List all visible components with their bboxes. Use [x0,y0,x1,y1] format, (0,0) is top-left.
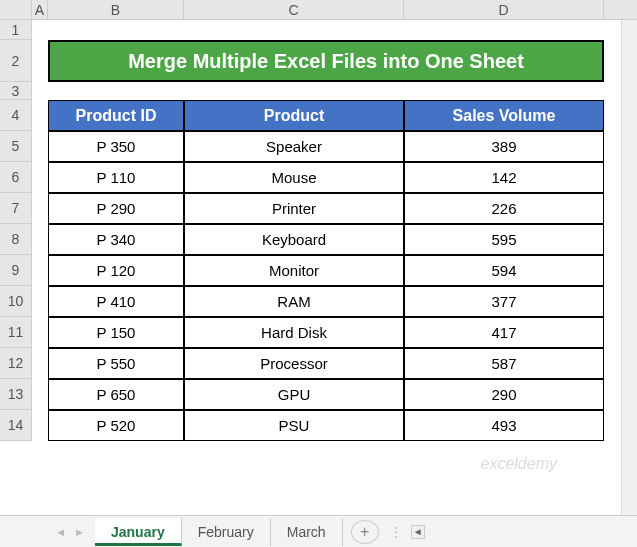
empty-row[interactable] [48,82,604,100]
table-row: P 110 Mouse 142 [32,162,604,193]
cell-product[interactable]: Keyboard [184,224,404,255]
cell-product[interactable]: Monitor [184,255,404,286]
tab-separator: ⋮ [389,524,403,540]
table-row: P 350 Speaker 389 [32,131,604,162]
cell-product[interactable]: Printer [184,193,404,224]
new-sheet-button[interactable]: + [351,520,379,544]
row-header-2[interactable]: 2 [0,40,32,82]
cell-product[interactable]: GPU [184,379,404,410]
cell-product[interactable]: Processor [184,348,404,379]
plus-icon: + [360,523,369,541]
cell-product[interactable]: RAM [184,286,404,317]
row-header-8[interactable]: 8 [0,224,32,255]
sheet-tab-bar: ◄ ► January February March + ⋮ ◄ [0,515,637,547]
watermark-text: exceldemy [481,455,557,473]
table-row: P 550 Processor 587 [32,348,604,379]
col-header-C[interactable]: C [184,0,404,19]
cell-product-id[interactable]: P 110 [48,162,184,193]
col-header-D[interactable]: D [404,0,604,19]
col-header-B[interactable]: B [48,0,184,19]
vertical-scrollbar[interactable] [621,20,637,515]
cell-product-id[interactable]: P 120 [48,255,184,286]
cell-sales-volume[interactable]: 587 [404,348,604,379]
row-header-9[interactable]: 9 [0,255,32,286]
cell-sales-volume[interactable]: 377 [404,286,604,317]
cell-product-id[interactable]: P 350 [48,131,184,162]
cell-sales-volume[interactable]: 493 [404,410,604,441]
spreadsheet-grid: A B C D 1 2 3 4 5 6 7 8 9 10 11 12 13 14… [0,0,637,515]
page-title[interactable]: Merge Multiple Excel Files into One Shee… [48,40,604,82]
cell-product-id[interactable]: P 290 [48,193,184,224]
cell-product[interactable]: Speaker [184,131,404,162]
cell-product-id[interactable]: P 340 [48,224,184,255]
row-header-11[interactable]: 11 [0,317,32,348]
table-row: P 650 GPU 290 [32,379,604,410]
header-sales-volume[interactable]: Sales Volume [404,100,604,131]
cell-sales-volume[interactable]: 417 [404,317,604,348]
table-row: P 520 PSU 493 [32,410,604,441]
cell-product-id[interactable]: P 520 [48,410,184,441]
cell-sales-volume[interactable]: 389 [404,131,604,162]
tab-january[interactable]: January [95,518,182,546]
header-product-id[interactable]: Product ID [48,100,184,131]
table-row: P 290 Printer 226 [32,193,604,224]
row-header-1[interactable]: 1 [0,20,32,40]
cell-sales-volume[interactable]: 142 [404,162,604,193]
row-header-12[interactable]: 12 [0,348,32,379]
tab-february[interactable]: February [182,518,271,546]
col-header-A[interactable]: A [32,0,48,19]
cell-product-id[interactable]: P 410 [48,286,184,317]
row-header-5[interactable]: 5 [0,131,32,162]
tab-march[interactable]: March [271,518,343,546]
row-header-3[interactable]: 3 [0,82,32,100]
row-header-14[interactable]: 14 [0,410,32,441]
cell-product-id[interactable]: P 150 [48,317,184,348]
cell-product[interactable]: Mouse [184,162,404,193]
cell-sales-volume[interactable]: 595 [404,224,604,255]
table-row: P 120 Monitor 594 [32,255,604,286]
hscroll-left-icon[interactable]: ◄ [411,525,425,539]
row-headers: 1 2 3 4 5 6 7 8 9 10 11 12 13 14 [0,20,32,441]
cell-product[interactable]: PSU [184,410,404,441]
table-row: P 340 Keyboard 595 [32,224,604,255]
cell-product[interactable]: Hard Disk [184,317,404,348]
header-product[interactable]: Product [184,100,404,131]
prev-sheet-icon[interactable]: ◄ [55,526,66,538]
column-headers: A B C D [0,0,637,20]
row-header-13[interactable]: 13 [0,379,32,410]
row-header-6[interactable]: 6 [0,162,32,193]
cell-sales-volume[interactable]: 594 [404,255,604,286]
cell-product-id[interactable]: P 650 [48,379,184,410]
table-row: P 410 RAM 377 [32,286,604,317]
row-header-4[interactable]: 4 [0,100,32,131]
table-row: P 150 Hard Disk 417 [32,317,604,348]
cell-sales-volume[interactable]: 290 [404,379,604,410]
cell-sales-volume[interactable]: 226 [404,193,604,224]
next-sheet-icon[interactable]: ► [74,526,85,538]
sheet-content: Merge Multiple Excel Files into One Shee… [32,20,604,441]
cell-product-id[interactable]: P 550 [48,348,184,379]
row-header-10[interactable]: 10 [0,286,32,317]
row-header-7[interactable]: 7 [0,193,32,224]
select-all-corner[interactable] [0,0,32,19]
tab-nav: ◄ ► [0,526,95,538]
